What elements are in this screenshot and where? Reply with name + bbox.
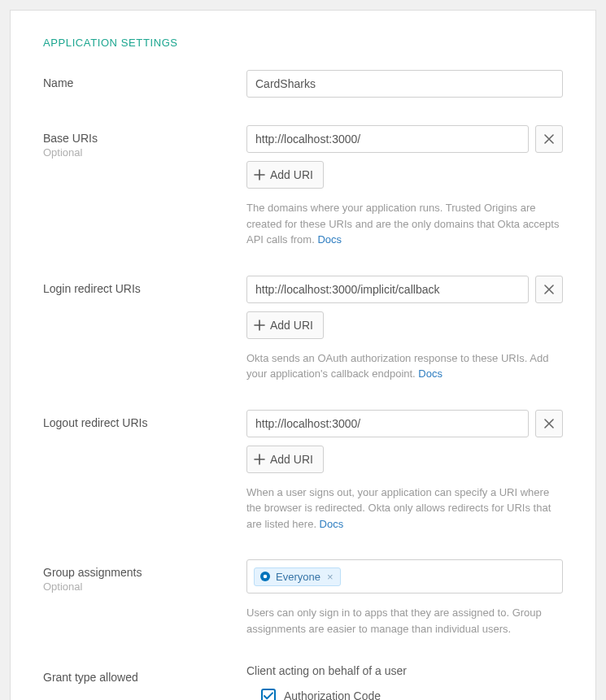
svg-point-1 [264, 575, 268, 579]
base-uris-label: Base URIs [43, 132, 246, 145]
check-icon [264, 692, 273, 700]
close-icon [544, 285, 554, 294]
remove-group-tag[interactable]: × [325, 571, 335, 583]
group-icon [259, 571, 271, 582]
auth-code-row: Authorization Code [246, 689, 563, 700]
remove-logout-redirect-button[interactable] [535, 410, 563, 437]
logout-redirect-input[interactable] [246, 410, 529, 437]
auth-code-checkbox[interactable] [261, 689, 276, 700]
base-uri-input[interactable] [246, 125, 529, 153]
group-tag-everyone[interactable]: Everyone × [254, 567, 341, 586]
login-redirect-helper: Okta sends an OAuth authorization respon… [246, 350, 563, 382]
login-redirect-input[interactable] [246, 276, 529, 303]
name-label: Name [43, 76, 246, 89]
plus-icon [254, 320, 265, 331]
base-uris-helper: The domains where your application runs.… [246, 200, 563, 248]
logout-redirect-helper: When a user signs out, your application … [246, 485, 563, 533]
group-tag-label: Everyone [276, 571, 320, 583]
group-assignments-helper: Users can only sign in to apps that they… [246, 605, 563, 637]
add-login-redirect-button[interactable]: Add URI [246, 311, 324, 339]
add-uri-label: Add URI [270, 453, 313, 466]
plus-icon [254, 454, 265, 465]
logout-redirect-docs-link[interactable]: Docs [320, 518, 344, 530]
close-icon [544, 134, 554, 144]
grant-type-label: Grant type allowed [43, 671, 246, 684]
grant-type-row: Grant type allowed Client acting on beha… [43, 664, 563, 700]
plus-icon [254, 169, 265, 180]
group-assignments-label: Group assignments [43, 566, 246, 579]
base-uris-row: Base URIs Optional Add URI The domains w… [43, 125, 563, 248]
group-assignments-optional: Optional [43, 580, 246, 593]
group-assignments-row: Group assignments Optional Everyone × Us… [43, 559, 563, 637]
logout-redirect-label: Logout redirect URIs [43, 416, 246, 429]
add-logout-redirect-button[interactable]: Add URI [246, 446, 324, 473]
section-heading: APPLICATION SETTINGS [43, 37, 563, 49]
login-redirect-row: Login redirect URIs Add URI Okta sends a… [43, 276, 563, 382]
name-input[interactable] [246, 70, 563, 98]
remove-login-redirect-button[interactable] [535, 276, 563, 303]
remove-base-uri-button[interactable] [535, 125, 563, 153]
name-row: Name [43, 70, 563, 98]
login-redirect-label: Login redirect URIs [43, 282, 246, 295]
base-uris-optional: Optional [43, 146, 246, 159]
application-settings-panel: APPLICATION SETTINGS Name Base URIs Opti… [10, 10, 596, 700]
base-uris-docs-link[interactable]: Docs [317, 233, 342, 246]
add-uri-label: Add URI [270, 168, 313, 181]
login-redirect-docs-link[interactable]: Docs [418, 367, 443, 380]
logout-redirect-row: Logout redirect URIs Add URI When a user… [43, 410, 563, 533]
add-base-uri-button[interactable]: Add URI [246, 161, 324, 189]
add-uri-label: Add URI [270, 319, 313, 332]
close-icon [544, 419, 554, 428]
group-assignments-input[interactable]: Everyone × [246, 559, 563, 593]
auth-code-label: Authorization Code [284, 689, 381, 700]
grant-type-heading: Client acting on behalf of a user [246, 664, 563, 677]
